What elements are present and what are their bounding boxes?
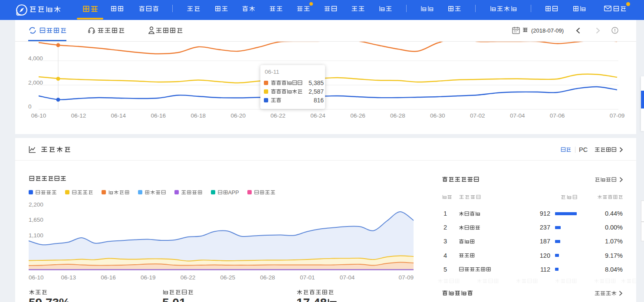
svg-text:06-26: 06-26 — [350, 112, 365, 119]
svg-text:07-06: 07-06 — [550, 112, 565, 119]
svg-text:06-12: 06-12 — [71, 112, 86, 119]
svg-text:06-28: 06-28 — [390, 112, 405, 119]
svg-text:06-24: 06-24 — [310, 112, 325, 119]
svg-text:07-02: 07-02 — [470, 112, 485, 119]
svg-text:07-09: 07-09 — [610, 112, 625, 119]
svg-text:06-16: 06-16 — [151, 112, 166, 119]
svg-text:06-22: 06-22 — [270, 112, 286, 119]
svg-text:07-04: 07-04 — [510, 112, 525, 119]
svg-text:4,000: 4,000 — [28, 55, 43, 62]
svg-text:06-20: 06-20 — [230, 112, 246, 119]
svg-text:0: 0 — [28, 103, 32, 110]
svg-text:2,000: 2,000 — [28, 79, 43, 86]
svg-text:06-30: 06-30 — [430, 112, 445, 119]
svg-text:06-18: 06-18 — [191, 112, 206, 119]
svg-text:06-14: 06-14 — [111, 112, 126, 119]
svg-text:06-10: 06-10 — [31, 112, 46, 119]
